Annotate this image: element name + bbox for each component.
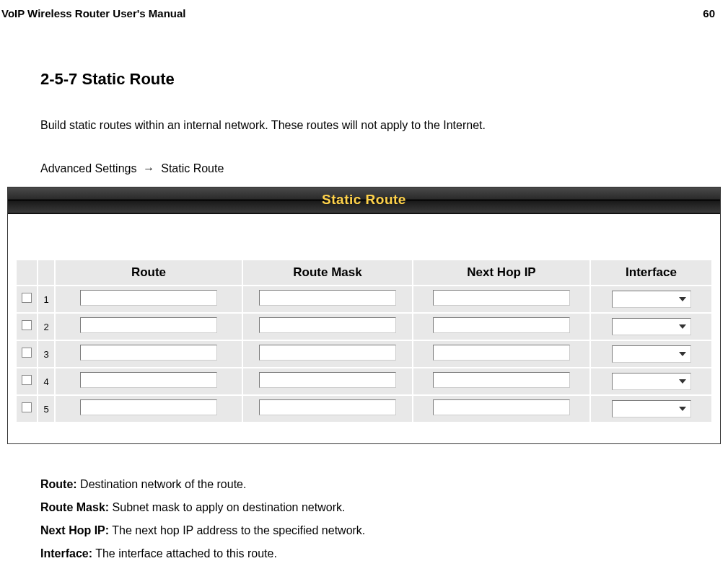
chevron-down-icon	[679, 407, 686, 411]
breadcrumb: Advanced Settings → Static Route	[40, 162, 728, 175]
route-input[interactable]	[80, 372, 217, 388]
row-checkbox[interactable]	[22, 320, 32, 330]
table-row: 5	[17, 396, 711, 422]
col-if-header: Interface	[591, 260, 711, 285]
row-checkbox[interactable]	[22, 375, 32, 385]
route-input[interactable]	[80, 290, 217, 306]
def-route-mask: Route Mask: Subnet mask to apply on dest…	[40, 496, 728, 519]
col-nh-header: Next Hop IP	[413, 260, 589, 285]
interface-select[interactable]	[612, 345, 691, 363]
row-checkbox[interactable]	[22, 293, 32, 303]
col-route-header: Route	[56, 260, 242, 285]
table-row: 3	[17, 341, 711, 367]
interface-select[interactable]	[612, 400, 691, 417]
next-hop-input[interactable]	[433, 399, 570, 415]
col-mask-header: Route Mask	[243, 260, 412, 285]
next-hop-input[interactable]	[433, 372, 570, 388]
row-number: 5	[38, 396, 54, 422]
route-mask-input[interactable]	[259, 290, 396, 306]
next-hop-input[interactable]	[433, 345, 570, 361]
def-next-hop: Next Hop IP: The next hop IP address to …	[40, 519, 728, 542]
table-row: 2	[17, 314, 711, 340]
interface-select[interactable]	[612, 318, 691, 335]
static-route-screenshot: Static Route Route Route Mask Next Hop I…	[7, 187, 721, 444]
field-definitions: Route: Destination network of the route.…	[0, 444, 728, 565]
route-input[interactable]	[80, 399, 217, 415]
chevron-down-icon	[679, 324, 686, 329]
route-mask-input[interactable]	[259, 372, 396, 388]
table-header-row: Route Route Mask Next Hop IP Interface	[17, 260, 711, 285]
col-check-header	[17, 260, 37, 285]
doc-title: VoIP Wireless Router User's Manual	[1, 7, 185, 19]
row-checkbox[interactable]	[22, 348, 32, 358]
row-number: 4	[38, 368, 54, 394]
chevron-down-icon	[679, 352, 686, 356]
route-input[interactable]	[80, 345, 217, 361]
next-hop-input[interactable]	[433, 290, 570, 306]
route-mask-input[interactable]	[259, 317, 396, 333]
page-number: 60	[703, 7, 715, 19]
row-number: 2	[38, 314, 54, 340]
route-mask-input[interactable]	[259, 399, 396, 415]
static-route-table: Route Route Mask Next Hop IP Interface 1…	[15, 259, 713, 423]
breadcrumb-target: Static Route	[161, 162, 224, 174]
route-input[interactable]	[80, 317, 217, 333]
panel-title: Static Route	[8, 187, 720, 214]
route-mask-input[interactable]	[259, 345, 396, 361]
chevron-down-icon	[679, 379, 686, 384]
next-hop-input[interactable]	[433, 317, 570, 333]
breadcrumb-prefix: Advanced Settings	[40, 162, 136, 174]
interface-select[interactable]	[612, 373, 691, 390]
chevron-down-icon	[679, 297, 686, 301]
col-num-header	[38, 260, 54, 285]
section-heading: 2-5-7 Static Route	[40, 70, 728, 89]
def-route: Route: Destination network of the route.	[40, 473, 728, 496]
row-number: 1	[38, 286, 54, 312]
interface-select[interactable]	[612, 291, 691, 308]
arrow-icon: →	[143, 162, 154, 174]
table-row: 4	[17, 368, 711, 394]
table-row: 1	[17, 286, 711, 312]
section-intro: Build static routes within an internal n…	[40, 118, 728, 133]
row-number: 3	[38, 341, 54, 367]
def-interface: Interface: The interface attached to thi…	[40, 542, 728, 565]
row-checkbox[interactable]	[22, 402, 32, 412]
